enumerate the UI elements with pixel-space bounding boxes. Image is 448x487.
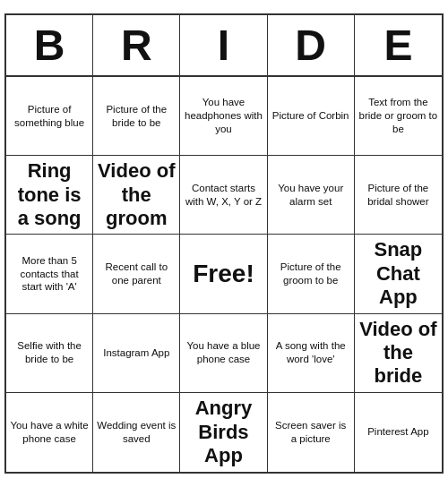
bingo-cell-9: Picture of the bridal shower (355, 156, 442, 235)
bingo-cell-12: Free! (180, 235, 267, 313)
bingo-letter-i: I (180, 15, 267, 75)
bingo-cell-13: Picture of the groom to be (268, 235, 355, 313)
bingo-cell-15: Selfie with the bride to be (6, 314, 93, 393)
bingo-cell-10: More than 5 contacts that start with 'A' (6, 235, 93, 313)
bingo-grid: Picture of something bluePicture of the … (6, 77, 442, 472)
bingo-cell-6: Video of the groom (93, 156, 180, 235)
bingo-cell-5: Ring tone is a song (6, 156, 93, 235)
bingo-cell-11: Recent call to one parent (93, 235, 180, 313)
bingo-card: BRIDE Picture of something bluePicture o… (4, 13, 444, 474)
bingo-cell-1: Picture of the bride to be (93, 77, 180, 156)
bingo-cell-8: You have your alarm set (268, 156, 355, 235)
bingo-cell-14: Snap Chat App (355, 235, 442, 313)
bingo-letter-r: R (93, 15, 180, 75)
bingo-cell-22: Angry Birds App (180, 393, 267, 472)
bingo-cell-24: Pinterest App (355, 393, 442, 472)
bingo-cell-16: Instagram App (93, 314, 180, 393)
bingo-cell-21: Wedding event is saved (93, 393, 180, 472)
bingo-letter-d: D (268, 15, 355, 75)
bingo-cell-7: Contact starts with W, X, Y or Z (180, 156, 267, 235)
bingo-cell-17: You have a blue phone case (180, 314, 267, 393)
bingo-header: BRIDE (6, 15, 442, 77)
bingo-letter-e: E (355, 15, 442, 75)
bingo-cell-20: You have a white phone case (6, 393, 93, 472)
bingo-cell-2: You have headphones with you (180, 77, 267, 156)
bingo-cell-3: Picture of Corbin (268, 77, 355, 156)
bingo-letter-b: B (6, 15, 93, 75)
bingo-cell-18: A song with the word 'love' (268, 314, 355, 393)
bingo-cell-23: Screen saver is a picture (268, 393, 355, 472)
bingo-cell-19: Video of the bride (355, 314, 442, 393)
bingo-cell-0: Picture of something blue (6, 77, 93, 156)
bingo-cell-4: Text from the bride or groom to be (355, 77, 442, 156)
